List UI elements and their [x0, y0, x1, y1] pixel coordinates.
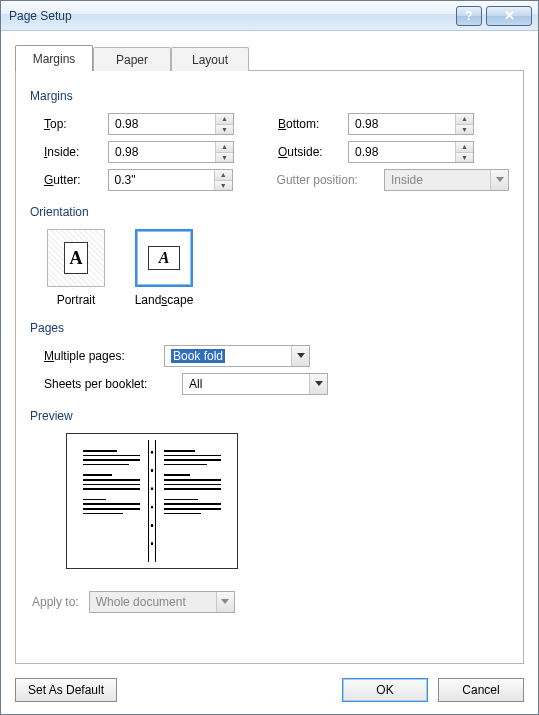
label-bottom: Bottom:: [278, 117, 340, 131]
portrait-icon: A: [47, 229, 105, 287]
spin-down[interactable]: ▼: [456, 125, 473, 135]
chevron-down-icon[interactable]: [291, 346, 309, 366]
row-sheets-per-booklet: Sheets per booklet: All: [44, 373, 509, 395]
spinner-top[interactable]: ▲ ▼: [108, 113, 234, 135]
tab-paper[interactable]: Paper: [93, 47, 171, 71]
section-pages: Pages: [30, 321, 509, 335]
cancel-button[interactable]: Cancel: [438, 678, 524, 702]
tab-label: Margins: [33, 52, 76, 66]
close-icon: ✕: [504, 8, 515, 23]
tab-label: Layout: [192, 53, 228, 67]
label-gutter-position: Gutter position:: [277, 173, 376, 187]
landscape-icon: A: [135, 229, 193, 287]
select-value: Whole document: [90, 595, 216, 609]
page-setup-dialog: Page Setup ? ✕ Margins Paper Layout Marg…: [0, 0, 539, 715]
input-top[interactable]: [109, 114, 215, 134]
label-top: Top:: [44, 117, 100, 131]
titlebar: Page Setup ? ✕: [1, 1, 538, 31]
preview-image: [66, 433, 238, 569]
label-outside: Outside:: [278, 145, 340, 159]
client-area: Margins Paper Layout Margins Top: ▲ ▼ Bo…: [1, 31, 538, 714]
spin-down[interactable]: ▼: [215, 181, 232, 191]
spin-buttons: ▲ ▼: [215, 114, 233, 134]
spin-up[interactable]: ▲: [216, 114, 233, 125]
orientation-portrait[interactable]: A Portrait: [44, 229, 108, 307]
spin-up[interactable]: ▲: [456, 142, 473, 153]
svg-marker-3: [221, 599, 229, 604]
spin-down[interactable]: ▼: [216, 153, 233, 163]
tab-strip: Margins Paper Layout: [15, 45, 524, 71]
input-gutter[interactable]: [109, 170, 214, 190]
input-inside[interactable]: [109, 142, 215, 162]
input-outside[interactable]: [349, 142, 455, 162]
spinner-bottom[interactable]: ▲ ▼: [348, 113, 474, 135]
tab-layout[interactable]: Layout: [171, 47, 249, 71]
spinner-gutter[interactable]: ▲ ▼: [108, 169, 233, 191]
row-top-bottom: Top: ▲ ▼ Bottom: ▲ ▼: [44, 113, 509, 135]
select-value: Inside: [385, 173, 490, 187]
spin-down[interactable]: ▼: [456, 153, 473, 163]
spin-buttons: ▲ ▼: [214, 170, 232, 190]
tab-margins[interactable]: Margins: [15, 45, 93, 71]
spin-buttons: ▲ ▼: [455, 114, 473, 134]
row-gutter: Gutter: ▲ ▼ Gutter position: Inside: [44, 169, 509, 191]
dialog-button-row: Set As Default OK Cancel: [15, 678, 524, 702]
spin-buttons: ▲ ▼: [215, 142, 233, 162]
row-inside-outside: Inside: ▲ ▼ Outside: ▲ ▼: [44, 141, 509, 163]
spin-up[interactable]: ▲: [215, 170, 232, 181]
input-bottom[interactable]: [349, 114, 455, 134]
svg-marker-1: [297, 353, 305, 358]
window-title: Page Setup: [9, 9, 452, 23]
help-icon: ?: [465, 9, 472, 23]
label-gutter: Gutter:: [44, 173, 100, 187]
label-apply-to: Apply to:: [32, 595, 79, 609]
select-value: All: [183, 377, 309, 391]
orientation-label: Landscape: [132, 293, 196, 307]
spinner-outside[interactable]: ▲ ▼: [348, 141, 474, 163]
select-apply-to: Whole document: [89, 591, 235, 613]
preview-page-left: [73, 440, 148, 562]
spin-up[interactable]: ▲: [456, 114, 473, 125]
select-gutter-position: Inside: [384, 169, 509, 191]
svg-marker-2: [315, 381, 323, 386]
svg-marker-0: [496, 177, 504, 182]
set-as-default-button[interactable]: Set As Default: [15, 678, 117, 702]
label-sheets-per-booklet: Sheets per booklet:: [44, 377, 174, 391]
tab-panel-margins: Margins Top: ▲ ▼ Bottom: ▲ ▼: [15, 70, 524, 664]
orientation-landscape[interactable]: A Landscape: [132, 229, 196, 307]
label-inside: Inside:: [44, 145, 100, 159]
close-button[interactable]: ✕: [486, 6, 532, 26]
select-sheets-per-booklet[interactable]: All: [182, 373, 328, 395]
preview-page-right: [156, 440, 231, 562]
select-value: Book fold: [165, 349, 291, 363]
row-multiple-pages: Multiple pages: Book fold: [44, 345, 509, 367]
chevron-down-icon: [490, 170, 508, 190]
spin-up[interactable]: ▲: [216, 142, 233, 153]
spin-down[interactable]: ▼: [216, 125, 233, 135]
spin-buttons: ▲ ▼: [455, 142, 473, 162]
preview-binding: [148, 440, 156, 562]
help-button[interactable]: ?: [456, 6, 482, 26]
section-preview: Preview: [30, 409, 509, 423]
orientation-label: Portrait: [44, 293, 108, 307]
ok-button[interactable]: OK: [342, 678, 428, 702]
select-multiple-pages[interactable]: Book fold: [164, 345, 310, 367]
chevron-down-icon: [216, 592, 234, 612]
orientation-group: A Portrait A Landscape: [44, 229, 509, 307]
row-apply-to: Apply to: Whole document: [32, 591, 509, 613]
section-orientation: Orientation: [30, 205, 509, 219]
chevron-down-icon[interactable]: [309, 374, 327, 394]
tab-label: Paper: [116, 53, 148, 67]
section-margins: Margins: [30, 89, 509, 103]
label-multiple-pages: Multiple pages:: [44, 349, 156, 363]
spinner-inside[interactable]: ▲ ▼: [108, 141, 234, 163]
